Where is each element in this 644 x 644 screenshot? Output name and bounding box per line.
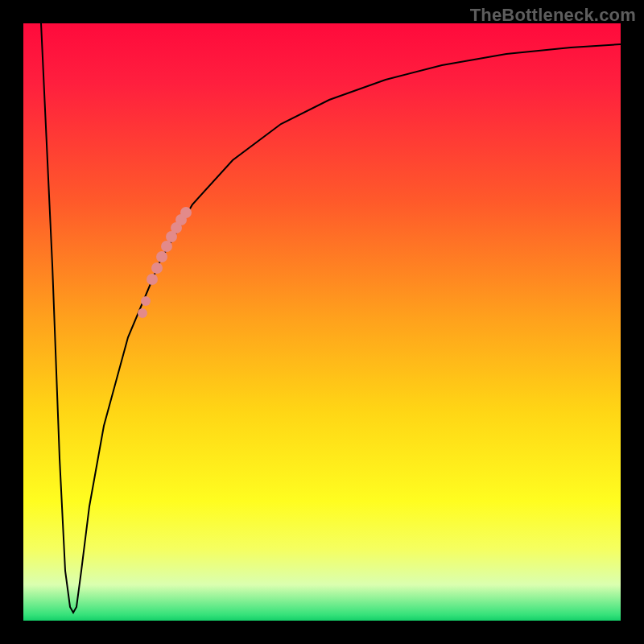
- marker-dot: [161, 241, 172, 252]
- chart-stage: TheBottleneck.com: [0, 0, 644, 644]
- marker-dot: [180, 207, 192, 218]
- marker-dot: [147, 274, 158, 285]
- marker-dot: [156, 251, 167, 262]
- bottleneck-curve: [41, 23, 621, 613]
- marker-dot: [141, 296, 151, 306]
- chart-svg: [23, 23, 621, 621]
- marker-dot: [151, 262, 163, 274]
- highlight-markers: [138, 207, 192, 318]
- marker-dot: [138, 308, 147, 318]
